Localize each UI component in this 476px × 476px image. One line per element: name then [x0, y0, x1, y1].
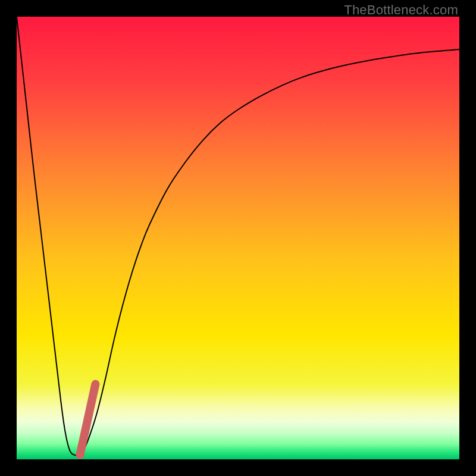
curve-layer	[17, 17, 459, 459]
chart-stage: TheBottleneck.com	[0, 0, 476, 476]
plot-area	[17, 17, 459, 459]
watermark-text: TheBottleneck.com	[344, 2, 458, 18]
bottleneck-curve	[17, 17, 459, 456]
marker-segment	[80, 384, 95, 455]
